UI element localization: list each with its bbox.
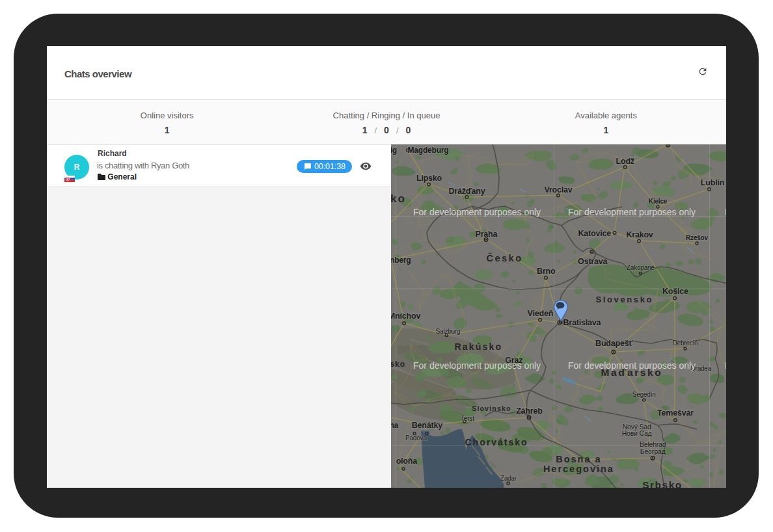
svg-text:Rzešov: Rzešov xyxy=(686,234,708,241)
svg-text:Hercegovina: Hercegovina xyxy=(543,464,614,474)
svg-text:ko: ko xyxy=(391,193,406,205)
svg-text:Lublin: Lublin xyxy=(700,178,724,187)
svg-text:Slovensko: Slovensko xyxy=(595,295,653,304)
svg-text:eig: eig xyxy=(391,146,397,155)
svg-text:Bosna a: Bosna a xyxy=(556,454,601,464)
svg-text:Padova: Padova xyxy=(405,434,427,442)
svg-text:Krakov: Krakov xyxy=(626,230,653,239)
svg-text:Katovice: Katovice xyxy=(578,229,611,238)
svg-text:Mníchov: Mníchov xyxy=(391,312,420,321)
svg-text:Drážďany: Drážďany xyxy=(448,187,485,196)
svg-text:Chorvátsko: Chorvátsko xyxy=(465,437,528,447)
svg-text:Vroclav: Vroclav xyxy=(544,185,572,194)
svg-text:Kielce: Kielce xyxy=(648,198,667,205)
svg-text:Salzburg: Salzburg xyxy=(435,328,460,335)
svg-text:Brno: Brno xyxy=(537,267,556,276)
svg-text:Srbsko: Srbsko xyxy=(642,479,683,488)
svg-text:sko: sko xyxy=(391,360,405,369)
svg-text:For development purposes only: For development purposes only xyxy=(725,360,727,371)
svg-text:Lodž: Lodž xyxy=(616,157,634,166)
svg-text:Rakúsko: Rakúsko xyxy=(454,341,502,352)
svg-text:Ostrava: Ostrava xyxy=(578,257,608,266)
svg-text:na: na xyxy=(391,421,399,430)
svg-text:Praha: Praha xyxy=(475,230,498,239)
svg-text:Zadar: Zadar xyxy=(500,475,517,482)
svg-text:For development purposes only: For development purposes only xyxy=(413,207,541,217)
svg-text:Benátky: Benátky xyxy=(411,421,442,430)
svg-text:For development purposes only: For development purposes only xyxy=(413,360,541,371)
svg-text:oloňa: oloňa xyxy=(396,457,418,466)
svg-text:nberg: nberg xyxy=(391,256,411,265)
svg-text:Slovinsko: Slovinsko xyxy=(472,405,511,412)
svg-text:Temešvár: Temešvár xyxy=(657,408,693,418)
svg-text:For development purposes only: For development purposes only xyxy=(725,207,727,217)
svg-text:For development purposes only: For development purposes only xyxy=(568,207,696,217)
svg-text:Magdeburg: Magdeburg xyxy=(407,146,448,155)
svg-text:Bratislava: Bratislava xyxy=(563,318,601,327)
svg-text:Záhreb: Záhreb xyxy=(516,406,543,416)
svg-text:Zakopané: Zakopané xyxy=(626,264,655,271)
svg-text:Segedín: Segedín xyxy=(632,391,655,398)
svg-text:Terst: Terst xyxy=(461,415,474,422)
svg-text:Нови Сад: Нови Сад xyxy=(621,429,651,437)
svg-text:Viedeň: Viedeň xyxy=(527,309,553,318)
svg-text:Debrecín: Debrecín xyxy=(672,339,698,347)
svg-text:For development purposes only: For development purposes only xyxy=(568,360,696,371)
svg-text:Česko: Česko xyxy=(486,252,522,263)
svg-text:Budapešť: Budapešť xyxy=(595,339,632,348)
svg-text:Lipsko: Lipsko xyxy=(416,174,442,183)
svg-text:Košice: Košice xyxy=(662,287,688,296)
svg-text:Београд: Београд xyxy=(640,447,665,455)
